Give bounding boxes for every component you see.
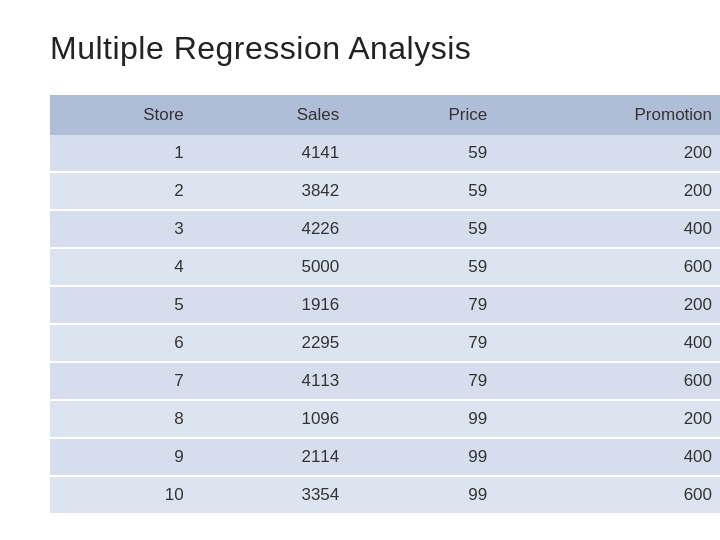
cell-promotion: 600	[505, 363, 720, 401]
page-title: Multiple Regression Analysis	[50, 30, 471, 67]
cell-price: 99	[357, 439, 505, 477]
cell-store: 9	[50, 439, 202, 477]
header-price: Price	[357, 95, 505, 135]
cell-store: 4	[50, 249, 202, 287]
header-store: Store	[50, 95, 202, 135]
cell-store: 6	[50, 325, 202, 363]
header-sales: Sales	[202, 95, 358, 135]
cell-sales: 4226	[202, 211, 358, 249]
cell-sales: 3842	[202, 173, 358, 211]
cell-price: 79	[357, 287, 505, 325]
cell-price: 59	[357, 173, 505, 211]
cell-promotion: 400	[505, 211, 720, 249]
cell-promotion: 200	[505, 173, 720, 211]
table-row: 1414159200	[50, 135, 720, 173]
table-row: 5191679200	[50, 287, 720, 325]
cell-price: 79	[357, 325, 505, 363]
cell-sales: 2295	[202, 325, 358, 363]
cell-promotion: 200	[505, 135, 720, 173]
cell-promotion: 400	[505, 439, 720, 477]
cell-promotion: 600	[505, 477, 720, 513]
cell-promotion: 400	[505, 325, 720, 363]
regression-table: Store Sales Price Promotion 141415920023…	[50, 95, 720, 513]
table-row: 3422659400	[50, 211, 720, 249]
cell-sales: 4141	[202, 135, 358, 173]
cell-store: 7	[50, 363, 202, 401]
cell-promotion: 200	[505, 401, 720, 439]
cell-store: 10	[50, 477, 202, 513]
cell-sales: 3354	[202, 477, 358, 513]
table-row: 8109699200	[50, 401, 720, 439]
header-promotion: Promotion	[505, 95, 720, 135]
table-row: 6229579400	[50, 325, 720, 363]
table-row: 2384259200	[50, 173, 720, 211]
cell-sales: 5000	[202, 249, 358, 287]
cell-store: 2	[50, 173, 202, 211]
cell-promotion: 600	[505, 249, 720, 287]
table-row: 9211499400	[50, 439, 720, 477]
table-row: 10335499600	[50, 477, 720, 513]
cell-store: 8	[50, 401, 202, 439]
cell-store: 3	[50, 211, 202, 249]
cell-store: 5	[50, 287, 202, 325]
cell-sales: 4113	[202, 363, 358, 401]
cell-price: 99	[357, 401, 505, 439]
cell-price: 59	[357, 135, 505, 173]
cell-sales: 2114	[202, 439, 358, 477]
cell-price: 59	[357, 211, 505, 249]
table-row: 4500059600	[50, 249, 720, 287]
cell-sales: 1916	[202, 287, 358, 325]
cell-promotion: 200	[505, 287, 720, 325]
cell-price: 59	[357, 249, 505, 287]
table-row: 7411379600	[50, 363, 720, 401]
cell-price: 79	[357, 363, 505, 401]
cell-price: 99	[357, 477, 505, 513]
cell-sales: 1096	[202, 401, 358, 439]
cell-store: 1	[50, 135, 202, 173]
